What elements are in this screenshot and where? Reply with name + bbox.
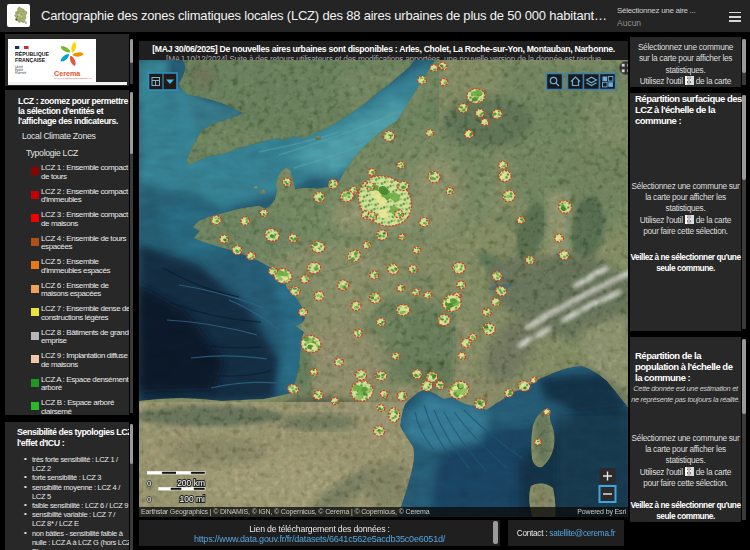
svg-text:0: 0 bbox=[147, 479, 152, 488]
svg-text:RÉPUBLIQUE: RÉPUBLIQUE bbox=[15, 50, 50, 57]
svg-text:FRANÇAISE: FRANÇAISE bbox=[15, 57, 46, 63]
svg-text:200 km: 200 km bbox=[177, 478, 205, 488]
svg-text:Fraternité: Fraternité bbox=[15, 71, 27, 75]
svg-text:100 mi: 100 mi bbox=[179, 494, 205, 504]
svg-text:0: 0 bbox=[147, 495, 152, 504]
svg-text:CLIMAT & TERRITOIRES DE DEMAIN: CLIMAT & TERRITOIRES DE DEMAIN bbox=[54, 77, 92, 79]
